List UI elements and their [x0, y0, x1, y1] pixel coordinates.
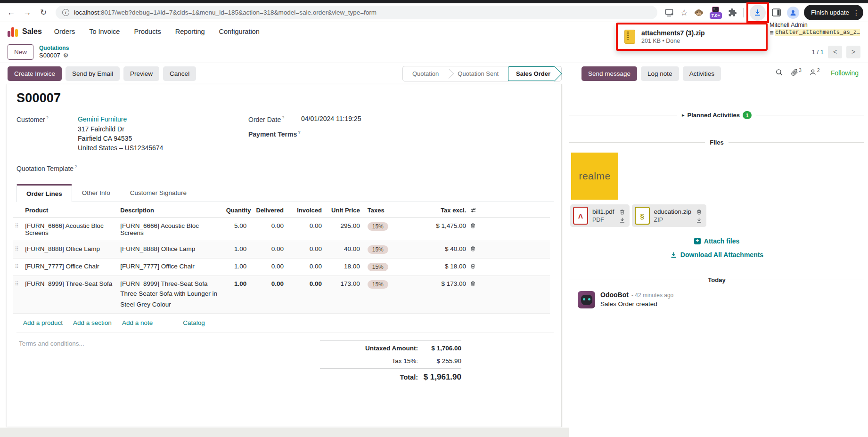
nav-item-reporting[interactable]: Reporting	[175, 28, 205, 35]
add-a-product-link[interactable]: Add a product	[23, 319, 63, 326]
delete-line-icon[interactable]	[470, 222, 480, 229]
planned-activities-section[interactable]: ▸ Planned Activities 1	[569, 111, 864, 119]
cell-product[interactable]: [FURN_7777] Office Chair	[23, 258, 118, 275]
cell-quantity[interactable]: 5.00	[224, 218, 249, 241]
drag-handle-cell[interactable]: ⠿	[13, 258, 23, 275]
tab-order-lines[interactable]: Order Lines	[16, 184, 72, 202]
address-bar[interactable]: i localhost:8017/web?debug=1#id=7&cids=1…	[56, 6, 657, 19]
cancel-button[interactable]: Cancel	[163, 66, 196, 81]
log-note-button[interactable]: Log note	[641, 66, 679, 81]
cell-delivered[interactable]: 0.00	[248, 241, 286, 258]
image-attachment-realme[interactable]: realme	[571, 153, 618, 200]
apps-menu[interactable]: Sales	[8, 26, 42, 37]
tab-other-info[interactable]: Other Info	[72, 184, 120, 202]
action-gear-icon[interactable]: ⚙	[63, 52, 69, 59]
download-shelf-popup[interactable]: attachments7 (3).zip 201 KB • Done	[616, 23, 768, 51]
browser-forward-icon[interactable]: →	[21, 6, 34, 19]
payment-terms-value[interactable]	[301, 129, 361, 138]
extensions-puzzle-icon[interactable]	[728, 8, 737, 17]
pager-next-button[interactable]: >	[846, 46, 860, 58]
userscript-entry[interactable]: ≣ chatter_attachments_as_z…	[770, 29, 868, 36]
cell-description[interactable]: [FURN_8888] Office Lamp	[118, 241, 224, 258]
cell-description[interactable]: [FURN_7777] Office Chair	[118, 258, 224, 275]
cell-delete[interactable]	[468, 241, 482, 258]
download-attachment-icon[interactable]	[696, 217, 702, 223]
create-invoice-button[interactable]: Create Invoice	[8, 66, 62, 81]
cell-invoiced[interactable]: 0.00	[286, 258, 324, 275]
terms-placeholder-input[interactable]: Terms and conditions...	[19, 340, 320, 385]
install-app-icon[interactable]	[665, 8, 674, 17]
cell-delete[interactable]	[468, 218, 482, 241]
downloaded-filename[interactable]: attachments7 (3).zip	[641, 29, 705, 37]
optional-columns-icon[interactable]	[470, 207, 480, 213]
browser-profile-avatar[interactable]	[787, 7, 799, 19]
delete-attachment-icon[interactable]	[696, 209, 702, 215]
drag-handle-icon[interactable]: ⠿	[15, 281, 19, 287]
add-a-note-link[interactable]: Add a note	[122, 319, 153, 326]
tab-customer-signature[interactable]: Customer Signature	[120, 184, 197, 202]
download-attachment-icon[interactable]	[619, 217, 625, 223]
catalog-link[interactable]: Catalog	[183, 319, 205, 326]
cell-taxes[interactable]: 15%	[362, 258, 434, 275]
finish-update-button[interactable]: Finish update ⋮	[804, 5, 863, 20]
cell-description[interactable]: [FURN_6666] Acoustic Bloc Screens	[118, 218, 224, 241]
download-all-attachments-button[interactable]: Download All Attachments	[569, 251, 864, 259]
tampermonkey-icon[interactable]	[694, 8, 704, 17]
attachment-card-bill1-pdf[interactable]: Λbill1.pdfPDF	[570, 204, 630, 227]
attachment-name[interactable]: bill1.pdf	[592, 208, 614, 215]
nav-item-configuration[interactable]: Configuration	[219, 28, 260, 35]
cell-taxes[interactable]: 15%	[362, 218, 434, 241]
search-messages-icon[interactable]	[775, 68, 783, 76]
status-step-quotation-sent[interactable]: Quotation Sent	[448, 66, 508, 81]
nav-item-orders[interactable]: Orders	[54, 28, 75, 35]
attach-files-button[interactable]: + Attach files	[569, 237, 864, 245]
breadcrumb-quotations-link[interactable]: Quotations	[39, 45, 69, 51]
cell-invoiced[interactable]: 0.00	[286, 275, 324, 313]
finish-update-kebab-icon[interactable]: ⋮	[853, 9, 860, 16]
drag-handle-icon[interactable]: ⠿	[15, 246, 19, 252]
cell-product[interactable]: [FURN_6666] Acoustic Bloc Screens	[23, 218, 118, 241]
cell-quantity[interactable]: 1.00	[224, 258, 249, 275]
drag-handle-icon[interactable]: ⠿	[15, 223, 19, 229]
cell-delivered[interactable]: 0.00	[248, 258, 286, 275]
add-a-section-link[interactable]: Add a section	[73, 319, 112, 326]
message-author[interactable]: OdooBot	[600, 291, 629, 299]
delete-line-icon[interactable]	[470, 245, 480, 252]
browser-reload-icon[interactable]: ↻	[37, 6, 50, 19]
customer-link[interactable]: Gemini Furniture	[78, 115, 127, 123]
attachments-counter-button[interactable]: 3	[791, 68, 802, 76]
cell-quantity[interactable]: 1.00	[224, 275, 249, 313]
nav-item-to-invoice[interactable]: To Invoice	[89, 28, 120, 35]
cell-delete[interactable]	[468, 258, 482, 275]
cell-unit-price[interactable]: 173.00	[324, 275, 362, 313]
cell-delivered[interactable]: 0.00	[248, 218, 286, 241]
status-step-quotation[interactable]: Quotation	[403, 66, 448, 81]
odoobot-avatar[interactable]	[578, 291, 595, 308]
cell-taxes[interactable]: 15%	[362, 275, 434, 313]
cell-unit-price[interactable]: 18.00	[324, 258, 362, 275]
delete-attachment-icon[interactable]	[619, 209, 625, 215]
app-name[interactable]: Sales	[22, 27, 42, 36]
status-step-sales-order[interactable]: Sales Order	[508, 66, 554, 81]
pager-previous-button[interactable]: <	[828, 46, 842, 58]
activities-button[interactable]: Activities	[683, 66, 721, 81]
cell-product[interactable]: [FURN_8888] Office Lamp	[23, 241, 118, 258]
cell-description[interactable]: [FURN_8999] Three-Seat SofaThree Seater …	[118, 275, 224, 313]
attachment-name[interactable]: education.zip	[654, 208, 692, 215]
cell-delivered[interactable]: 0.00	[248, 275, 286, 313]
preview-button[interactable]: Preview	[123, 66, 159, 81]
side-panel-icon[interactable]	[772, 8, 781, 16]
cell-product[interactable]: [FURN_8999] Three-Seat Sofa	[23, 275, 118, 313]
drag-handle-icon[interactable]: ⠿	[15, 263, 19, 270]
cell-unit-price[interactable]: 40.00	[324, 241, 362, 258]
attachment-card-education-zip[interactable]: §education.zipZIP	[632, 204, 707, 227]
following-toggle[interactable]: Following	[831, 69, 859, 77]
order-date-value[interactable]: 04/01/2024 11:19:25	[301, 115, 361, 123]
drag-handle-cell[interactable]: ⠿	[13, 275, 23, 313]
send-by-email-button[interactable]: Send by Email	[66, 66, 120, 81]
browser-back-icon[interactable]: ←	[5, 6, 18, 19]
delete-line-icon[interactable]	[470, 263, 480, 269]
downloads-button[interactable]	[750, 5, 766, 21]
cell-quantity[interactable]: 1.00	[224, 241, 249, 258]
cell-invoiced[interactable]: 0.00	[286, 218, 324, 241]
